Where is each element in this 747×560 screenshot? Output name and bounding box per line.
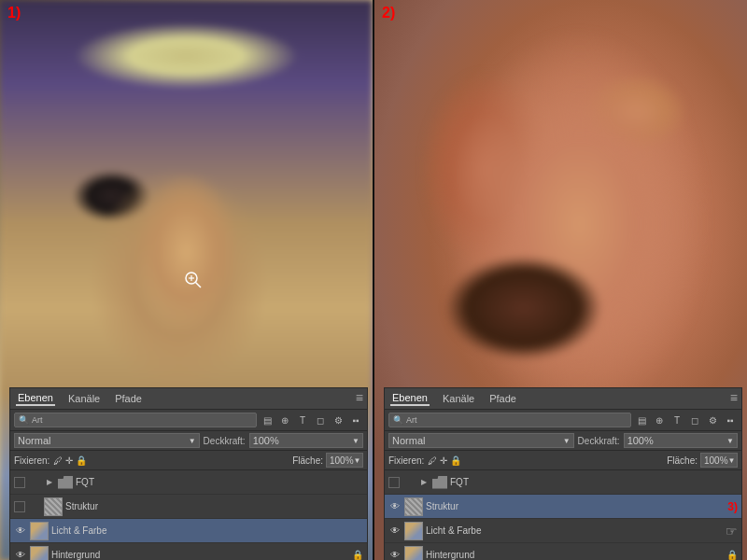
- left-opacity-value: 100%: [253, 435, 279, 446]
- menu-icon-right[interactable]: ≡: [730, 391, 738, 404]
- layer-licht-left[interactable]: 👁 Licht & Farbe: [10, 519, 367, 543]
- add-mask-btn-left[interactable]: ⊕: [277, 413, 292, 427]
- layer-name-struktur-left: Struktur: [65, 501, 363, 511]
- layer-hintergrund-left[interactable]: 👁 Hintergrund 🔒: [10, 543, 367, 560]
- left-flache-arrow: ▼: [354, 456, 361, 465]
- lock-all-right[interactable]: 🔒: [450, 455, 461, 466]
- layer-struktur-left[interactable]: Struktur: [10, 495, 367, 519]
- lock-all-left[interactable]: 🔒: [76, 455, 87, 466]
- group-arrow-fqt-left[interactable]: ▶: [44, 477, 55, 488]
- shape-btn-right[interactable]: ◻: [687, 413, 702, 427]
- more-btn-right[interactable]: ▪▪: [723, 413, 738, 427]
- layer-name-struktur-right: Struktur: [426, 501, 721, 511]
- layer-licht-right[interactable]: 👁 Licht & Farbe ☞: [385, 519, 741, 543]
- new-group-btn-left[interactable]: ▤: [260, 413, 275, 427]
- right-opacity-label: Deckkraft:: [578, 436, 620, 446]
- lock-move-right[interactable]: ✛: [440, 455, 447, 466]
- eye-placeholder-fqt-right: [402, 476, 416, 489]
- right-blend-row: Normal ▼ Deckkraft: 100% ▼: [385, 431, 741, 451]
- left-toolbar-row: 🔍 Art ▤ ⊕ T ◻ ⚙ ▪▪: [10, 410, 367, 431]
- layer-thumb-hintergrund-right: [404, 546, 423, 561]
- left-lock-icons: 🖊 ✛ 🔒: [53, 455, 87, 466]
- right-flache-value: 100%: [704, 455, 728, 466]
- right-panel-header: Ebenen Kanäle Pfade ≡: [385, 388, 741, 410]
- right-panel-number: 2): [382, 5, 395, 21]
- layer-fqt-right[interactable]: ▶ FQT: [385, 470, 741, 495]
- left-panel-menu[interactable]: ≡: [356, 391, 363, 404]
- eye-icon-hintergrund-right[interactable]: 👁: [388, 549, 402, 561]
- right-flache-arrow: ▼: [728, 456, 736, 465]
- right-blend-select[interactable]: Normal ▼: [388, 433, 574, 448]
- search-icon-left: 🔍: [19, 415, 29, 425]
- left-opacity-select[interactable]: 100% ▼: [249, 433, 363, 448]
- eye-icon-licht-right[interactable]: 👁: [388, 525, 402, 538]
- left-blend-row: Normal ▼ Deckkraft: 100% ▼: [10, 431, 367, 451]
- right-panel-menu[interactable]: ≡: [730, 391, 738, 404]
- layer-thumb-hintergrund-left: [30, 546, 49, 561]
- right-fixieren-label: Fixieren:: [388, 455, 424, 466]
- add-mask-btn-right[interactable]: ⊕: [652, 413, 667, 427]
- layer-name-fqt-right: FQT: [450, 477, 738, 487]
- right-flache-select[interactable]: 100% ▼: [700, 453, 738, 468]
- layer-fqt-left[interactable]: ▶ FQT: [10, 470, 367, 495]
- layer-hintergrund-right[interactable]: 👁 Hintergrund 🔒: [385, 543, 741, 560]
- left-fixieren-row: Fixieren: 🖊 ✛ 🔒 Fläche: 100% ▼: [10, 451, 367, 470]
- right-search-box[interactable]: 🔍 Art: [388, 413, 631, 427]
- main-container: 1) Ebenen Kanäle Pfade ≡: [0, 0, 747, 560]
- svg-line-1: [196, 283, 202, 288]
- left-blend-select[interactable]: Normal ▼: [14, 433, 200, 448]
- tab-ebenen-left[interactable]: Ebenen: [16, 391, 55, 406]
- right-ps-panel: Ebenen Kanäle Pfade ≡ 🔍 Art ▤ ⊕ T ◻ ⚙ ▪▪: [384, 387, 742, 560]
- lock-pixels-right[interactable]: 🖊: [428, 455, 437, 466]
- adjust-btn-right[interactable]: ⚙: [705, 413, 720, 427]
- left-ps-panel: Ebenen Kanäle Pfade ≡ 🔍 Art ▤ ⊕ T ◻ ⚙ ▪▪: [9, 387, 368, 560]
- left-flache-section: Fläche: 100% ▼: [292, 453, 363, 468]
- tab-kanaele-right[interactable]: Kanäle: [441, 392, 476, 405]
- eye-icon-hintergrund-left[interactable]: 👁: [14, 549, 27, 561]
- layer-name-licht-left: Licht & Farbe: [51, 525, 363, 536]
- tab-pfade-left[interactable]: Pfade: [113, 392, 144, 405]
- layer-thumb-licht-left: [30, 522, 49, 540]
- eye-icon-struktur-right[interactable]: 👁: [388, 500, 402, 513]
- tab-pfade-right[interactable]: Pfade: [487, 392, 518, 405]
- tab-kanaele-left[interactable]: Kanäle: [66, 392, 102, 405]
- eye-icon-licht-left[interactable]: 👁: [14, 525, 27, 538]
- left-flache-label: Fläche:: [292, 455, 323, 466]
- group-arrow-fqt-right[interactable]: ▶: [418, 477, 430, 488]
- text-btn-right[interactable]: T: [669, 413, 684, 427]
- adjust-btn-left[interactable]: ⚙: [331, 413, 345, 427]
- folder-icon-fqt-left: [58, 476, 73, 489]
- left-panel-header: Ebenen Kanäle Pfade ≡: [10, 388, 367, 410]
- annotation-3-label: 3): [727, 500, 738, 513]
- right-opacity-select[interactable]: 100% ▼: [624, 433, 738, 448]
- left-layers-list: ▶ FQT Struktur 👁: [10, 470, 367, 560]
- layer-vis-checkbox-fqt-right[interactable]: [388, 477, 400, 488]
- menu-icon-left[interactable]: ≡: [356, 391, 363, 404]
- left-search-box[interactable]: 🔍 Art: [14, 413, 257, 427]
- left-opacity-arrow: ▼: [352, 437, 359, 445]
- left-search-label: Art: [32, 415, 43, 425]
- right-fixieren-row: Fixieren: 🖊 ✛ 🔒 Fläche: 100% ▼: [385, 451, 741, 470]
- shape-btn-left[interactable]: ◻: [313, 413, 328, 427]
- lock-pixels-left[interactable]: 🖊: [53, 455, 63, 466]
- left-flache-value: 100%: [330, 455, 354, 466]
- thumb-img-licht-right: [405, 523, 422, 539]
- lock-icon-hintergrund-left: 🔒: [352, 550, 363, 560]
- right-lock-icons: 🖊 ✛ 🔒: [428, 455, 461, 466]
- left-blend-value: Normal: [18, 435, 50, 446]
- left-flache-select[interactable]: 100% ▼: [326, 453, 363, 468]
- tab-ebenen-right[interactable]: Ebenen: [390, 391, 430, 406]
- cursor-hand-icon: ☞: [726, 524, 738, 539]
- layer-name-hintergrund-right: Hintergrund: [426, 550, 724, 560]
- layer-struktur-right[interactable]: 👁 Struktur 3): [385, 495, 741, 519]
- layer-vis-checkbox-fqt-left[interactable]: [14, 477, 25, 488]
- thumb-img-licht-left: [31, 523, 48, 539]
- right-flache-label: Fläche:: [667, 455, 698, 466]
- layer-vis-checkbox-struktur-left[interactable]: [14, 501, 25, 512]
- layer-name-hintergrund-left: Hintergrund: [51, 550, 349, 560]
- new-group-btn-right[interactable]: ▤: [634, 413, 649, 427]
- text-btn-left[interactable]: T: [295, 413, 310, 427]
- lock-move-left[interactable]: ✛: [65, 455, 73, 466]
- more-btn-left[interactable]: ▪▪: [348, 413, 363, 427]
- right-opacity-value: 100%: [627, 435, 654, 446]
